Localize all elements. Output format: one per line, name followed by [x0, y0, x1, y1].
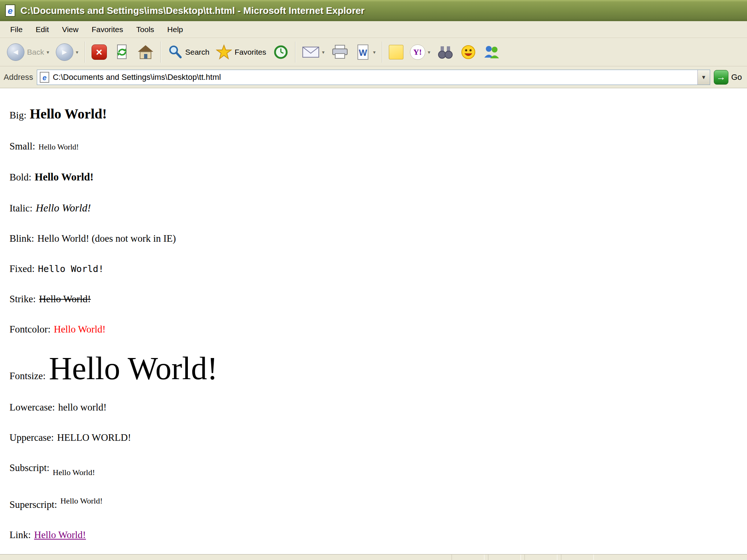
title-bar: e C:\Documents and Settings\ims\Desktop\… — [0, 0, 747, 21]
toolbar-separator — [295, 42, 296, 63]
line-label: Subscript: — [9, 462, 50, 473]
forward-dropdown-icon[interactable]: ▾ — [76, 49, 78, 55]
status-pane — [452, 555, 484, 560]
sample-lowercase: hello world! — [58, 402, 107, 413]
line-label: Small: — [9, 141, 35, 152]
format-line-link: Link:Hello World! — [9, 529, 747, 541]
back-button[interactable]: ◄ Back ▾ — [4, 42, 53, 62]
page-content: Big:Hello World! Small:Hello World! Bold… — [0, 88, 747, 541]
go-label: Go — [731, 73, 742, 82]
sample-subscript: Hello World! — [53, 468, 95, 477]
line-label: Fontcolor: — [9, 324, 51, 335]
sample-uppercase: HELLO WORLD! — [57, 432, 131, 443]
msn-messenger-icon — [483, 44, 500, 60]
history-button[interactable] — [270, 43, 292, 62]
yahoo-button[interactable]: Y! ▾ — [407, 43, 434, 61]
edit-dropdown-icon[interactable]: ▾ — [373, 49, 376, 55]
go-button[interactable]: → Go — [714, 70, 743, 85]
toolbar-separator — [85, 42, 85, 63]
menu-file[interactable]: File — [4, 22, 29, 37]
menu-tools[interactable]: Tools — [130, 22, 161, 37]
menu-favorites[interactable]: Favorites — [85, 22, 129, 37]
back-dropdown-icon[interactable]: ▾ — [47, 49, 49, 55]
toolbar-separator — [160, 42, 161, 63]
favorites-label: Favorites — [235, 48, 266, 57]
refresh-button[interactable] — [110, 42, 133, 62]
ie-window-icon: e — [4, 4, 17, 18]
favorites-star-icon — [216, 44, 232, 60]
line-label: Big: — [9, 110, 27, 121]
home-button[interactable] — [133, 43, 158, 62]
search-label: Search — [185, 48, 210, 57]
format-line-uppercase: Uppercase:HELLO WORLD! — [9, 432, 747, 443]
favorites-button[interactable]: Favorites — [213, 43, 269, 61]
edit-with-word-button[interactable]: W ▾ — [352, 43, 379, 62]
back-label: Back — [27, 48, 44, 57]
sticky-note-icon — [389, 45, 403, 59]
notes-button[interactable] — [386, 43, 407, 61]
sample-italic: Hello World! — [36, 202, 91, 214]
print-button[interactable] — [328, 43, 352, 61]
format-line-lowercase: Lowercase:hello world! — [9, 402, 747, 413]
menu-view[interactable]: View — [55, 22, 85, 37]
format-line-blink: Blink:Hello World! (does not work in IE) — [9, 233, 747, 244]
mail-button[interactable]: ▾ — [299, 44, 328, 61]
menu-edit[interactable]: Edit — [29, 22, 55, 37]
back-icon: ◄ — [7, 43, 24, 61]
home-icon — [137, 44, 154, 60]
address-input[interactable]: e C:\Documents and Settings\ims\Desktop\… — [37, 70, 710, 85]
line-label: Bold: — [9, 172, 31, 183]
format-line-small: Small:Hello World! — [9, 141, 747, 152]
format-line-subscript: Subscript:Hello World! — [9, 462, 747, 477]
msn-messenger-button[interactable] — [480, 43, 503, 61]
format-line-bold: Bold:Hello World! — [9, 171, 747, 183]
format-line-strike: Strike:Hello World! — [9, 293, 747, 305]
status-pane — [525, 555, 557, 560]
messenger-smiley-button[interactable] — [457, 43, 480, 62]
line-label: Superscript: — [9, 499, 57, 510]
binoculars-icon — [437, 45, 454, 59]
svg-text:e: e — [8, 6, 12, 16]
yahoo-icon: Y! — [410, 44, 425, 60]
format-line-fontsize: Fontsize:Hello World! — [9, 354, 747, 383]
line-label: Uppercase: — [9, 432, 54, 443]
hello-world-link[interactable]: Hello World! — [34, 529, 86, 540]
menu-help[interactable]: Help — [161, 22, 190, 37]
address-bar: Address e C:\Documents and Settings\ims\… — [0, 66, 747, 88]
format-line-big: Big:Hello World! — [9, 106, 747, 122]
search-button[interactable]: Search — [164, 43, 213, 61]
word-document-icon: W — [355, 44, 371, 60]
svg-text:e: e — [42, 74, 46, 82]
format-line-fixed: Fixed:Hello World! — [9, 263, 747, 275]
format-line-fontcolor: Fontcolor:Hello World! — [9, 324, 747, 335]
stop-button[interactable]: × — [88, 43, 110, 61]
printer-icon — [331, 44, 349, 60]
address-label: Address — [4, 73, 33, 82]
mail-dropdown-icon[interactable]: ▾ — [322, 49, 325, 55]
sample-strike: Hello World! — [39, 293, 91, 304]
menu-bar: File Edit View Favorites Tools Help — [0, 21, 747, 38]
line-label: Fontsize: — [9, 370, 46, 381]
line-label: Link: — [9, 529, 31, 540]
binoculars-button[interactable] — [434, 44, 457, 61]
forward-button[interactable]: ► ▾ — [53, 42, 82, 62]
smiley-icon — [460, 44, 476, 60]
sample-blink: Hello World! (does not work in IE) — [38, 233, 176, 244]
ie-page-icon: e — [39, 71, 50, 83]
mail-envelope-icon — [302, 45, 320, 59]
yahoo-dropdown-icon[interactable]: ▾ — [428, 49, 430, 55]
address-dropdown-button[interactable]: ▼ — [697, 70, 710, 85]
search-icon — [167, 44, 183, 60]
toolbar-separator — [382, 42, 383, 63]
sample-superscript: Hello World! — [60, 496, 102, 505]
forward-icon: ► — [56, 43, 73, 61]
line-label: Fixed: — [9, 263, 35, 274]
address-value[interactable]: C:\Documents and Settings\ims\Desktop\tt… — [53, 73, 694, 82]
window-title: C:\Documents and Settings\ims\Desktop\tt… — [20, 5, 364, 16]
line-label: Italic: — [9, 203, 32, 214]
standard-toolbar: ◄ Back ▾ ► ▾ × — [0, 38, 747, 66]
status-pane — [488, 555, 521, 560]
line-label: Lowercase: — [9, 402, 55, 413]
sample-small: Hello World! — [39, 143, 79, 151]
svg-text:W: W — [359, 48, 367, 58]
